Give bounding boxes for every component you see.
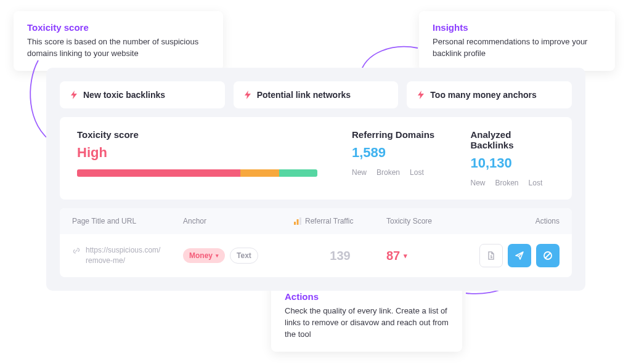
chevron-down-icon: ▾: [216, 253, 219, 259]
ban-icon: [543, 251, 553, 261]
callout-title: Insights: [433, 22, 601, 33]
anchor-pill-text[interactable]: Text: [230, 248, 258, 264]
send-button[interactable]: [508, 244, 531, 267]
backlinks-table: Page Title and URL Anchor Referral Traff…: [60, 208, 572, 277]
pill-label: Money: [189, 251, 213, 260]
bars-icon: [294, 217, 301, 225]
table-row: https://suspicious.com/ remove-me/ Money…: [60, 234, 572, 277]
table-header: Page Title and URL Anchor Referral Traff…: [60, 208, 572, 234]
stat-sublinks: New Broken Lost: [352, 168, 436, 177]
seg-orange: [240, 169, 279, 177]
bolt-icon: [418, 91, 424, 99]
export-button[interactable]: [479, 244, 503, 267]
sublink-lost[interactable]: Lost: [410, 168, 424, 177]
stat-title: Referring Domains: [352, 129, 436, 140]
dashboard-panel: New toxic backlinks Potential link netwo…: [46, 68, 585, 291]
chevron-down-icon: ▾: [404, 252, 407, 260]
callout-title: Toxicity score: [27, 22, 210, 33]
sublink-broken[interactable]: Broken: [377, 168, 400, 177]
insight-label: Potential link networks: [257, 90, 351, 100]
seg-red: [77, 169, 240, 177]
stat-value: 10,130: [471, 155, 555, 171]
toxicity-bar: [77, 169, 317, 177]
sublink-new[interactable]: New: [471, 179, 486, 187]
sublink-new[interactable]: New: [352, 168, 367, 177]
th-toxicity-score[interactable]: Toxicity Score: [386, 217, 473, 225]
th-actions: Actions: [473, 217, 560, 225]
tox-value: 87: [386, 249, 400, 263]
callout-actions: Actions Check the quality of every link.…: [271, 280, 462, 352]
bolt-icon: [245, 91, 251, 99]
bolt-icon: [71, 91, 77, 99]
insight-card-money-anchors[interactable]: Too many money anchors: [407, 81, 572, 108]
cell-toxicity-score[interactable]: 87▾: [386, 249, 473, 263]
callout-insights: Insights Personal recommendations to imp…: [419, 11, 615, 71]
stat-value: 1,589: [352, 145, 436, 161]
th-anchor[interactable]: Anchor: [183, 217, 294, 225]
stat-value: High: [77, 145, 317, 161]
stat-referring-domains: Referring Domains 1,589 New Broken Lost: [335, 117, 454, 200]
anchor-pill-money[interactable]: Money▾: [183, 248, 225, 263]
svg-rect-6: [294, 222, 296, 225]
cell-anchor: Money▾ Text: [183, 248, 294, 264]
cell-actions: [473, 244, 560, 267]
stat-analyzed-backlinks: Analyzed Backlinks 10,130 New Broken Los…: [454, 117, 572, 200]
document-icon: [486, 251, 496, 261]
stat-toxicity: Toxicity score High: [60, 117, 335, 200]
stat-title: Analyzed Backlinks: [471, 129, 555, 150]
cell-url-text: https://suspicious.com/ remove-me/: [86, 245, 160, 266]
th-page[interactable]: Page Title and URL: [72, 217, 183, 225]
callout-body: This score is based on the number of sus…: [27, 36, 210, 60]
sublink-broken[interactable]: Broken: [495, 179, 519, 187]
seg-green: [279, 169, 317, 177]
callout-body: Check the quality of every link. Create …: [285, 305, 449, 341]
pill-label: Text: [237, 251, 251, 260]
callout-body: Personal recommendations to improve your…: [433, 36, 601, 60]
stats-row: Toxicity score High Referring Domains 1,…: [60, 117, 572, 200]
sublink-lost[interactable]: Lost: [529, 179, 543, 187]
stat-sublinks: New Broken Lost: [471, 179, 555, 187]
svg-rect-8: [299, 217, 301, 225]
disavow-button[interactable]: [536, 244, 560, 267]
insight-card-link-networks[interactable]: Potential link networks: [234, 81, 399, 108]
callout-title: Actions: [285, 291, 449, 302]
svg-marker-5: [418, 91, 424, 99]
insight-label: Too many money anchors: [430, 90, 536, 100]
svg-marker-3: [71, 91, 77, 99]
cell-page-url[interactable]: https://suspicious.com/ remove-me/: [72, 245, 183, 266]
insight-label: New toxic backlinks: [83, 90, 165, 100]
svg-marker-4: [245, 91, 251, 99]
svg-rect-7: [297, 219, 299, 225]
link-icon: [72, 246, 81, 255]
svg-line-10: [545, 253, 550, 258]
th-label: Referral Traffic: [305, 217, 353, 225]
stat-title: Toxicity score: [77, 129, 317, 140]
insight-card-toxic-backlinks[interactable]: New toxic backlinks: [60, 81, 225, 108]
th-referral-traffic[interactable]: Referral Traffic: [294, 217, 386, 225]
cell-referral-traffic: 139: [294, 249, 386, 263]
insights-row: New toxic backlinks Potential link netwo…: [60, 81, 572, 108]
send-icon: [515, 251, 524, 261]
